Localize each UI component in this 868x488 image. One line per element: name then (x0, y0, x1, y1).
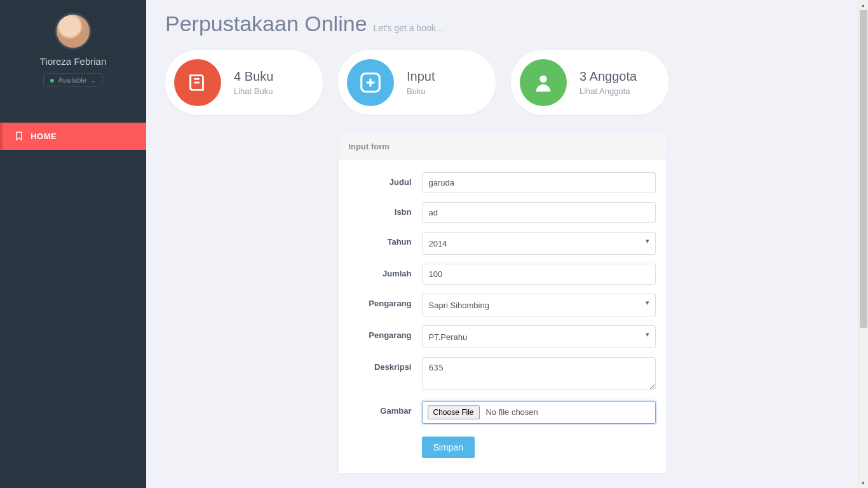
page-header: Perpustakaan Online Let's get a book... (165, 11, 839, 36)
card-subtitle: Lihat Buku (234, 86, 273, 96)
form-row-pengarang: Pengarang Sapri Sihombing (349, 294, 656, 316)
input-judul[interactable] (422, 172, 656, 193)
label-penerbit: Pengarang (349, 325, 422, 340)
label-judul: Judul (349, 172, 422, 187)
book-icon (174, 59, 221, 106)
status-badge[interactable]: Available ⌄ (43, 73, 103, 87)
scroll-down-icon[interactable]: ▾ (858, 478, 868, 488)
profile-name: Tioreza Febrian (6, 56, 140, 67)
svg-point-5 (539, 76, 546, 83)
profile-section: Tioreza Febrian Available ⌄ (0, 0, 146, 96)
status-text: Available (58, 76, 86, 84)
card-subtitle: Lihat Anggota (580, 86, 637, 96)
form-row-isbn: Isbn (349, 202, 656, 223)
page-subtitle: Let's get a book... (373, 23, 443, 33)
form-row-judul: Judul (349, 172, 656, 193)
user-icon (520, 59, 567, 106)
scroll-thumb[interactable] (860, 10, 867, 328)
form-row-penerbit: Pengarang PT.Perahu (349, 325, 656, 348)
card-input[interactable]: Input Buku (338, 50, 496, 115)
avatar[interactable] (55, 13, 92, 50)
nav-label: HOME (31, 132, 57, 141)
label-gambar: Gambar (349, 401, 422, 416)
card-title: 4 Buku (234, 69, 273, 84)
card-buku[interactable]: 4 Buku Lihat Buku (165, 50, 323, 115)
main-content: Perpustakaan Online Let's get a book... … (146, 0, 858, 488)
select-penerbit[interactable]: PT.Perahu (422, 325, 656, 348)
card-title: Input (407, 69, 435, 84)
card-title: 3 Anggota (580, 69, 637, 84)
file-status-text: No file chosen (485, 407, 538, 417)
plus-square-icon (347, 59, 394, 106)
submit-row: Simpan (349, 437, 656, 458)
card-anggota[interactable]: 3 Anggota Lihat Anggota (511, 50, 668, 115)
label-deskripsi: Deskripsi (349, 357, 422, 372)
page-title: Perpustakaan Online (165, 11, 367, 36)
label-jumlah: Jumlah (349, 264, 422, 278)
input-isbn[interactable] (422, 202, 656, 223)
label-isbn: Isbn (349, 202, 422, 217)
vertical-scrollbar[interactable]: ▴ ▾ (858, 0, 868, 488)
form-row-tahun: Tahun 2014 (349, 232, 656, 255)
file-input-wrap[interactable]: Choose File No file chosen (422, 401, 656, 424)
panel-title: Input form (339, 134, 666, 159)
card-text: Input Buku (407, 69, 435, 96)
card-subtitle: Buku (407, 86, 435, 96)
card-text: 4 Buku Lihat Buku (234, 69, 273, 96)
status-dot-icon (50, 79, 54, 83)
nav-item-home[interactable]: HOME (0, 123, 146, 150)
label-tahun: Tahun (349, 232, 422, 247)
label-pengarang: Pengarang (349, 294, 422, 308)
choose-file-button[interactable]: Choose File (428, 405, 480, 419)
select-pengarang[interactable]: Sapri Sihombing (422, 294, 656, 316)
submit-button[interactable]: Simpan (422, 437, 475, 458)
select-tahun[interactable]: 2014 (422, 232, 656, 255)
form-row-gambar: Gambar Choose File No file chosen (349, 401, 656, 424)
sidebar-nav: HOME (0, 123, 146, 150)
scroll-up-icon[interactable]: ▴ (858, 0, 868, 10)
panel-body: Judul Isbn Tahun 2014 Jumlah (339, 159, 666, 473)
stat-cards: 4 Buku Lihat Buku Input Buku 3 Anggota L… (165, 50, 839, 115)
textarea-deskripsi[interactable]: 635 (422, 357, 656, 390)
bookmark-icon (15, 132, 23, 140)
form-row-deskripsi: Deskripsi 635 (349, 357, 656, 392)
chevron-down-icon: ⌄ (91, 78, 96, 84)
card-text: 3 Anggota Lihat Anggota (580, 69, 637, 96)
form-row-jumlah: Jumlah (349, 264, 656, 285)
input-jumlah[interactable] (422, 264, 656, 285)
sidebar: Tioreza Febrian Available ⌄ HOME (0, 0, 146, 488)
input-form-panel: Input form Judul Isbn Tahun 2014 Jumlah (339, 134, 666, 473)
